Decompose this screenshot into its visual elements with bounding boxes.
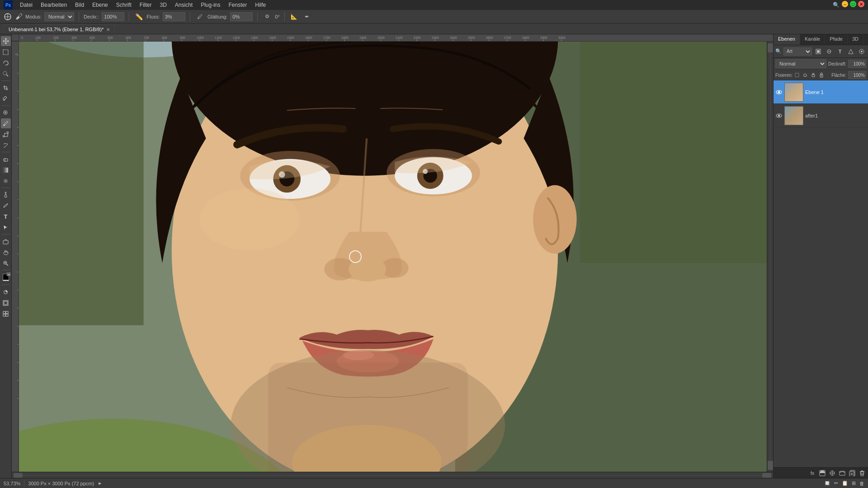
status-icon-1[interactable]: 🔲 bbox=[824, 480, 830, 486]
status-icon-3[interactable]: 📋 bbox=[842, 480, 848, 486]
menu-item-3d[interactable]: 3D bbox=[156, 1, 170, 9]
path-select-tool[interactable] bbox=[1, 222, 11, 232]
eyedropper-tool[interactable] bbox=[1, 94, 11, 103]
select-rect-tool[interactable] bbox=[1, 47, 11, 57]
quick-select-tool[interactable] bbox=[1, 69, 11, 79]
blur-tool[interactable] bbox=[1, 176, 11, 186]
brush-tool[interactable] bbox=[1, 118, 11, 128]
menu-item-ansicht[interactable]: Ansicht bbox=[171, 1, 196, 9]
svg-point-135 bbox=[349, 257, 386, 282]
menu-item-schrift[interactable]: Schrift bbox=[113, 1, 135, 9]
lock-all-btn[interactable] bbox=[818, 71, 825, 79]
opacity-input[interactable] bbox=[848, 60, 866, 68]
workspace: T bbox=[0, 34, 868, 478]
lock-transparent-btn[interactable] bbox=[793, 71, 801, 79]
layer-fx-button[interactable]: fx bbox=[808, 469, 816, 477]
tab-channels[interactable]: Kanäle bbox=[800, 34, 825, 45]
eraser-tool[interactable] bbox=[1, 154, 11, 164]
status-arrow-icon[interactable]: ► bbox=[98, 481, 102, 486]
svg-text:600: 600 bbox=[126, 36, 131, 39]
document-tab[interactable]: Unbenannt-1 bei 53,7% (Ebene 1, RGB/8)* … bbox=[4, 24, 115, 34]
menu-item-bearbeiten[interactable]: Bearbeiten bbox=[37, 1, 71, 9]
svg-text:500: 500 bbox=[108, 36, 113, 39]
menu-item-fenster[interactable]: Fenster bbox=[225, 1, 251, 9]
tab-paths[interactable]: Pfade bbox=[825, 34, 848, 45]
dodge-tool[interactable] bbox=[1, 190, 11, 200]
tab-layers[interactable]: Ebenen bbox=[774, 34, 800, 45]
layer-item-after1[interactable]: after1 bbox=[774, 104, 868, 127]
options-icon-2[interactable]: 🖊 bbox=[195, 12, 205, 22]
history-brush-tool[interactable] bbox=[1, 140, 11, 150]
menu-item-hilfe[interactable]: Hilfe bbox=[251, 1, 269, 9]
options-bar: 🖌 Modus: Normal Deckr.: ✏️ Fluss: 🖊 Glät… bbox=[0, 10, 868, 23]
layer-mask-button[interactable] bbox=[818, 469, 826, 477]
svg-text:1900: 1900 bbox=[359, 36, 367, 39]
lock-image-btn[interactable] bbox=[802, 71, 809, 79]
lock-position-btn[interactable] bbox=[810, 71, 817, 79]
menu-item-datei[interactable]: Datei bbox=[16, 1, 36, 9]
menu-item-filter[interactable]: Filter bbox=[136, 1, 156, 9]
extra-tool[interactable] bbox=[1, 309, 11, 319]
spot-heal-tool[interactable] bbox=[1, 108, 11, 117]
blend-mode-select[interactable]: Normal Multiplizieren Bildschirm bbox=[775, 59, 826, 68]
layer-item-ebene1[interactable]: Ebene 1 bbox=[774, 80, 868, 104]
shape-tool[interactable] bbox=[1, 236, 11, 246]
new-group-button[interactable] bbox=[838, 469, 846, 477]
tab-close-button[interactable]: ✕ bbox=[106, 27, 110, 32]
clone-tool[interactable] bbox=[1, 129, 11, 139]
settings-icon[interactable]: ⚙ bbox=[262, 12, 272, 22]
menu-item-bild[interactable]: Bild bbox=[71, 1, 88, 9]
flow-input[interactable] bbox=[163, 12, 185, 21]
mode-select[interactable]: Normal bbox=[44, 12, 74, 21]
stylus-icon[interactable]: ✒ bbox=[302, 12, 312, 22]
pen-tool[interactable] bbox=[1, 201, 11, 211]
search-icon[interactable]: 🔍 bbox=[832, 1, 840, 9]
fill-label: Fläche: bbox=[831, 73, 846, 78]
status-icon-5[interactable]: 🗑 bbox=[859, 481, 864, 486]
text-tool[interactable]: T bbox=[1, 211, 11, 221]
delete-layer-button[interactable] bbox=[858, 469, 866, 477]
svg-rect-28 bbox=[3, 314, 5, 316]
filter-text-icon[interactable]: T bbox=[835, 47, 844, 56]
move-tool[interactable] bbox=[1, 36, 11, 46]
layers-filter-select[interactable]: Art bbox=[783, 47, 812, 56]
status-icon-4[interactable]: ⊞ bbox=[852, 480, 856, 486]
smoothing-input[interactable] bbox=[230, 12, 253, 21]
zoom-tool[interactable] bbox=[1, 258, 11, 268]
hand-tool[interactable] bbox=[1, 247, 11, 257]
panel-tabs: Ebenen Kanäle Pfade 3D bbox=[774, 34, 868, 45]
status-icon-2[interactable]: ✏ bbox=[834, 480, 838, 486]
main-canvas[interactable] bbox=[19, 42, 767, 472]
filter-smart-icon[interactable] bbox=[857, 47, 866, 56]
svg-rect-144 bbox=[817, 50, 820, 53]
menu-item-plugins[interactable]: Plug-ins bbox=[197, 1, 224, 9]
options-icon-1[interactable]: ✏️ bbox=[134, 12, 144, 22]
document-dimensions: 3000 Px × 3000 Px (72 ppcm) bbox=[28, 481, 94, 486]
screen-mode-tool[interactable] bbox=[1, 298, 11, 308]
vertical-scrollbar[interactable] bbox=[767, 42, 773, 472]
quick-mask-tool[interactable] bbox=[1, 287, 11, 297]
pressure-icon[interactable]: 📐 bbox=[289, 12, 299, 22]
restore-button[interactable]: □ bbox=[850, 1, 856, 7]
filter-shape-icon[interactable] bbox=[846, 47, 855, 56]
size-label: Deckr.: bbox=[84, 14, 99, 19]
layer-adjustment-button[interactable] bbox=[828, 469, 836, 477]
horizontal-scrollbar[interactable] bbox=[12, 472, 773, 478]
fill-input[interactable] bbox=[848, 71, 866, 79]
crop-tool[interactable] bbox=[1, 83, 11, 93]
menu-item-ebene[interactable]: Ebene bbox=[89, 1, 112, 9]
new-layer-button[interactable] bbox=[848, 469, 856, 477]
color-selector[interactable]: ⇄ bbox=[1, 272, 11, 283]
minimize-button[interactable]: – bbox=[842, 1, 848, 7]
lasso-tool[interactable] bbox=[1, 58, 11, 68]
filter-adjust-icon[interactable] bbox=[825, 47, 834, 56]
close-button[interactable]: ✕ bbox=[858, 1, 864, 7]
svg-text:1800: 1800 bbox=[341, 36, 349, 39]
filter-pixel-icon[interactable] bbox=[814, 47, 823, 56]
layer-visibility-after1[interactable] bbox=[775, 112, 783, 119]
tab-3d[interactable]: 3D bbox=[848, 34, 863, 45]
gradient-tool[interactable] bbox=[1, 165, 11, 175]
svg-text:2100: 2100 bbox=[396, 36, 403, 39]
layer-visibility-ebene1[interactable] bbox=[775, 89, 783, 96]
size-input[interactable] bbox=[102, 12, 124, 21]
